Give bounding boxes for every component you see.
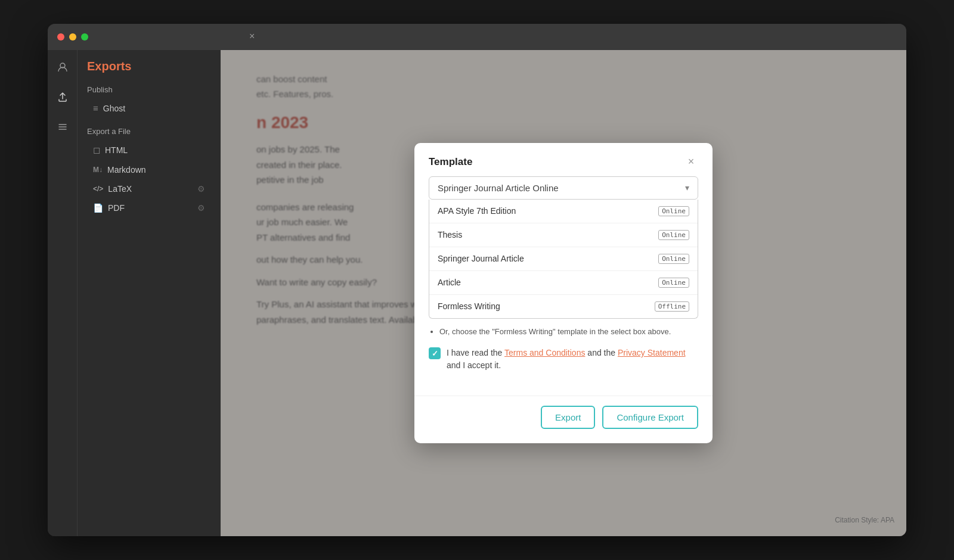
latex-gear-icon[interactable]: ⚙ (197, 184, 205, 194)
latex-icon: </> (93, 185, 103, 193)
sidebar-item-pdf[interactable]: 📄 PDF ⚙ (87, 199, 211, 217)
pdf-item-left: 📄 PDF (93, 203, 125, 213)
dropdown-item-springer-badge: Online (658, 254, 689, 264)
traffic-lights (57, 33, 88, 41)
configure-export-button[interactable]: Configure Export (602, 406, 698, 429)
modal-footer: Export Configure Export (414, 396, 713, 443)
sidebar-icon-rail (48, 50, 78, 536)
dropdown-item-formless-label: Formless Writing (438, 301, 500, 311)
dropdown-item-apa-badge: Online (658, 206, 689, 216)
modal-overlay: Template × Springer Journal Article Onli… (221, 50, 906, 536)
modal-body: Springer Journal Article Online ▾ APA St… (414, 176, 713, 396)
main-content: can boost content etc. Features, pros. n… (221, 50, 906, 536)
sidebar-item-latex[interactable]: </> LaTeX ⚙ (87, 180, 211, 198)
ghost-icon: ≡ (93, 103, 98, 113)
window-body: Exports × Publish ≡ Ghost Export a File … (48, 50, 906, 536)
sidebar-icon-export[interactable] (52, 87, 73, 107)
sidebar-inner: Exports × Publish ≡ Ghost Export a File … (48, 50, 221, 536)
privacy-statement-link[interactable]: Privacy Statement (618, 348, 686, 357)
dropdown-item-springer-label: Springer Journal Article (438, 254, 524, 263)
modal-note: Or, choose the "Formless Writing" templa… (429, 319, 698, 343)
pdf-icon: 📄 (93, 203, 103, 213)
html-icon: ◻ (93, 145, 100, 155)
export-modal: Template × Springer Journal Article Onli… (414, 143, 713, 444)
terms-conditions-link[interactable]: Terms and Conditions (504, 348, 585, 357)
latex-item-left: </> LaTeX (93, 184, 132, 194)
checkbox-label-suffix: and I accept it. (447, 360, 501, 370)
template-select-wrapper: Springer Journal Article Online ▾ APA St… (429, 176, 698, 319)
dropdown-item-article[interactable]: Article Online (429, 271, 698, 295)
dropdown-item-thesis-badge: Online (658, 230, 689, 240)
template-select-value: Springer Journal Article Online (438, 183, 559, 193)
modal-close-button[interactable]: × (684, 155, 698, 169)
pdf-gear-icon[interactable]: ⚙ (197, 203, 205, 213)
sidebar-item-ghost[interactable]: ≡ Ghost (87, 99, 211, 117)
sidebar-item-html[interactable]: ◻ HTML (87, 141, 211, 160)
terms-checkbox-label: I have read the Terms and Conditions and… (447, 347, 698, 372)
dropdown-item-formless[interactable]: Formless Writing Offline (429, 295, 698, 318)
dropdown-item-article-label: Article (438, 278, 461, 287)
checkbox-label-prefix: I have read the (447, 348, 504, 357)
dropdown-item-formless-badge: Offline (655, 301, 689, 312)
terms-checkbox-row: ✓ I have read the Terms and Conditions a… (429, 347, 698, 372)
dropdown-item-apa[interactable]: APA Style 7th Edition Online (429, 200, 698, 223)
sidebar-icon-list[interactable] (52, 117, 73, 137)
dropdown-item-apa-label: APA Style 7th Edition (438, 206, 516, 216)
template-select-dropdown[interactable]: Springer Journal Article Online ▾ (429, 176, 698, 200)
titlebar (48, 24, 906, 50)
traffic-light-green[interactable] (81, 33, 88, 41)
sidebar-icon-profile[interactable] (52, 57, 73, 77)
terms-checkbox[interactable]: ✓ (429, 347, 441, 359)
dropdown-item-thesis-label: Thesis (438, 230, 462, 239)
export-file-section-label: Export a File (87, 127, 211, 136)
exports-title: Exports (87, 60, 211, 73)
dropdown-item-springer[interactable]: Springer Journal Article Online (429, 247, 698, 271)
modal-note-text: Or, choose the "Formless Writing" templa… (439, 326, 698, 338)
dropdown-item-article-badge: Online (658, 278, 689, 288)
checkbox-check-icon: ✓ (432, 349, 438, 358)
mac-window: Exports × Publish ≡ Ghost Export a File … (48, 24, 906, 536)
dropdown-item-thesis[interactable]: Thesis Online (429, 223, 698, 247)
modal-title: Template (429, 156, 472, 168)
sidebar-item-markdown[interactable]: M↓ Markdown (87, 161, 211, 179)
checkbox-label-middle: and the (585, 348, 618, 357)
export-button[interactable]: Export (541, 406, 595, 429)
traffic-light-red[interactable] (57, 33, 64, 41)
template-dropdown-list: APA Style 7th Edition Online Thesis Onli… (429, 200, 698, 319)
markdown-icon: M↓ (93, 166, 103, 174)
sidebar-content: Exports × Publish ≡ Ghost Export a File … (78, 50, 221, 536)
modal-header: Template × (414, 143, 713, 176)
traffic-light-yellow[interactable] (69, 33, 76, 41)
publish-section-label: Publish (87, 85, 211, 94)
sidebar: Exports × Publish ≡ Ghost Export a File … (48, 50, 221, 536)
chevron-down-icon: ▾ (685, 183, 689, 192)
